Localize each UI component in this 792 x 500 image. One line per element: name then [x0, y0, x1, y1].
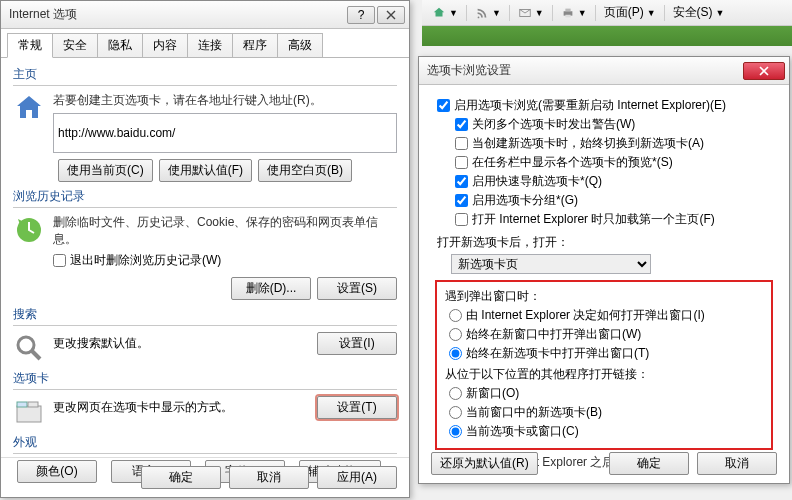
browser-greenbar [422, 26, 792, 46]
dialog-titlebar: 选项卡浏览设置 [419, 57, 789, 85]
tabs-hint: 更改网页在选项卡中显示的方式。 [53, 399, 233, 416]
home-hint: 若要创建主页选项卡，请在各地址行键入地址(R)。 [53, 92, 397, 109]
delete-on-exit-checkbox[interactable]: 退出时删除浏览历史记录(W) [53, 252, 397, 269]
close-button[interactable] [743, 62, 785, 80]
appearance-group-title: 外观 [13, 434, 397, 452]
apply-button[interactable]: 应用(A) [317, 466, 397, 489]
use-blank-button[interactable]: 使用空白页(B) [258, 159, 352, 182]
history-hint: 删除临时文件、历史记录、Cookie、保存的密码和网页表单信息。 [53, 214, 397, 248]
home-icon[interactable]: ▼ [430, 5, 460, 21]
history-group-title: 浏览历史记录 [13, 188, 397, 206]
mail-icon[interactable]: ▼ [516, 5, 546, 21]
help-button[interactable]: ? [347, 6, 375, 24]
use-current-button[interactable]: 使用当前页(C) [58, 159, 153, 182]
svg-rect-2 [565, 8, 570, 11]
svg-rect-3 [565, 14, 570, 17]
link-new-window-radio[interactable]: 新窗口(O) [449, 385, 763, 402]
dialog-title: 选项卡浏览设置 [427, 62, 743, 79]
tab-strip: 常规 安全 隐私 内容 连接 程序 高级 [1, 29, 409, 58]
tab-advanced[interactable]: 高级 [277, 33, 323, 57]
taskbar-preview-checkbox[interactable]: 在任务栏中显示各个选项卡的预览*(S) [455, 154, 775, 171]
browser-toolbar: ▼ ▼ ▼ ▼ 页面(P)▼ 安全(S)▼ [422, 0, 792, 26]
tab-content[interactable]: 内容 [142, 33, 188, 57]
history-icon [13, 214, 45, 246]
tab-settings-dialog: 选项卡浏览设置 启用选项卡浏览(需要重新启动 Internet Explorer… [418, 56, 790, 484]
tab-connections[interactable]: 连接 [187, 33, 233, 57]
warn-close-checkbox[interactable]: 关闭多个选项卡时发出警告(W) [455, 116, 775, 133]
tab-general[interactable]: 常规 [7, 33, 53, 58]
enable-tabs-checkbox[interactable]: 启用选项卡浏览(需要重新启动 Internet Explorer)(E) [437, 97, 775, 114]
feed-icon[interactable]: ▼ [473, 5, 503, 21]
delete-button[interactable]: 删除(D)... [231, 277, 311, 300]
home-group-title: 主页 [13, 66, 397, 84]
print-icon[interactable]: ▼ [559, 5, 589, 21]
ok-button[interactable]: 确定 [609, 452, 689, 475]
quick-nav-checkbox[interactable]: 启用快速导航选项卡*(Q) [455, 173, 775, 190]
tab-privacy[interactable]: 隐私 [97, 33, 143, 57]
home-icon [13, 92, 45, 124]
page-menu-label: 页面(P) [604, 4, 644, 21]
tabs-group-title: 选项卡 [13, 370, 397, 388]
tab-programs[interactable]: 程序 [232, 33, 278, 57]
search-settings-button[interactable]: 设置(I) [317, 332, 397, 355]
page-menu[interactable]: 页面(P)▼ [602, 3, 658, 22]
svg-rect-4 [26, 110, 32, 118]
cancel-button[interactable]: 取消 [697, 452, 777, 475]
home-group: 主页 若要创建主页选项卡，请在各地址行键入地址(R)。 使用当前页(C) 使用默… [13, 66, 397, 182]
svg-point-6 [18, 337, 34, 353]
popup-ie-decide-radio[interactable]: 由 Internet Explorer 决定如何打开弹出窗口(I) [449, 307, 763, 324]
svg-rect-8 [17, 406, 41, 422]
open-new-select[interactable]: 新选项卡页 [451, 254, 651, 274]
safety-menu[interactable]: 安全(S)▼ [671, 3, 727, 22]
link-current-radio[interactable]: 当前选项卡或窗口(C) [449, 423, 763, 440]
popup-new-tab-radio[interactable]: 始终在新选项卡中打开弹出窗口(T) [449, 345, 763, 362]
cancel-button[interactable]: 取消 [229, 466, 309, 489]
popup-new-window-radio[interactable]: 始终在新窗口中打开弹出窗口(W) [449, 326, 763, 343]
tabs-icon [13, 396, 45, 428]
restore-defaults-button[interactable]: 还原为默认值(R) [431, 452, 538, 475]
search-group-title: 搜索 [13, 306, 397, 324]
dialog-title: Internet 选项 [9, 6, 347, 23]
dialog-titlebar: Internet 选项 ? [1, 1, 409, 29]
search-icon [13, 332, 45, 364]
ok-button[interactable]: 确定 [141, 466, 221, 489]
popup-title: 遇到弹出窗口时： [445, 288, 763, 305]
svg-rect-9 [17, 402, 27, 407]
tab-groups-checkbox[interactable]: 启用选项卡分组*(G) [455, 192, 775, 209]
use-default-button[interactable]: 使用默认值(F) [159, 159, 252, 182]
close-button[interactable] [377, 6, 405, 24]
switch-new-checkbox[interactable]: 当创建新选项卡时，始终切换到新选项卡(A) [455, 135, 775, 152]
search-group: 搜索 更改搜索默认值。 设置(I) [13, 306, 397, 364]
svg-rect-10 [28, 402, 38, 407]
tabs-group: 选项卡 更改网页在选项卡中显示的方式。 设置(T) [13, 370, 397, 428]
link-new-tab-radio[interactable]: 当前窗口中的新选项卡(B) [449, 404, 763, 421]
safety-menu-label: 安全(S) [673, 4, 713, 21]
home-url-input[interactable] [53, 113, 397, 153]
history-group: 浏览历史记录 删除临时文件、历史记录、Cookie、保存的密码和网页表单信息。 … [13, 188, 397, 300]
link-title: 从位于以下位置的其他程序打开链接： [445, 366, 763, 383]
history-settings-button[interactable]: 设置(S) [317, 277, 397, 300]
tabs-settings-button[interactable]: 设置(T) [317, 396, 397, 419]
first-home-checkbox[interactable]: 打开 Internet Explorer 时只加载第一个主页(F) [455, 211, 775, 228]
open-new-label: 打开新选项卡后，打开： [437, 234, 775, 251]
search-hint: 更改搜索默认值。 [53, 335, 149, 352]
svg-line-7 [32, 351, 40, 359]
highlighted-section: 遇到弹出窗口时： 由 Internet Explorer 决定如何打开弹出窗口(… [435, 280, 773, 450]
tab-security[interactable]: 安全 [52, 33, 98, 57]
internet-options-dialog: Internet 选项 ? 常规 安全 隐私 内容 连接 程序 高级 主页 若要… [0, 0, 410, 498]
